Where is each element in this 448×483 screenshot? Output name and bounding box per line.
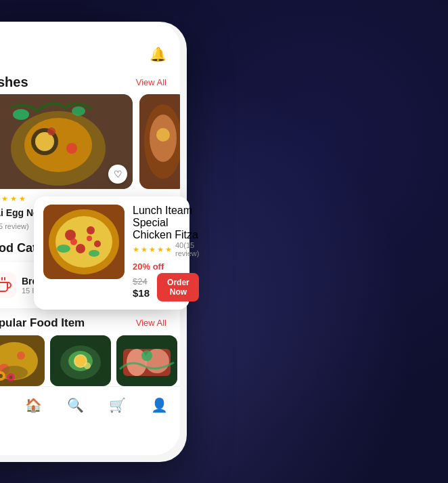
svg-point-37 bbox=[141, 350, 152, 361]
star-5: ★ bbox=[165, 245, 172, 254]
featured-name: Special Chicken Fitza bbox=[133, 217, 199, 241]
popular-view-all[interactable]: View All bbox=[136, 318, 166, 328]
home-icon: 🏠 bbox=[25, 397, 42, 413]
pizza-image bbox=[43, 205, 125, 279]
nav-home[interactable]: 🏠 bbox=[17, 393, 50, 417]
nav-location[interactable]: 📍 bbox=[0, 393, 8, 417]
profile-icon: 👤 bbox=[151, 397, 168, 413]
star-icon: ★ bbox=[10, 194, 17, 203]
main-wrapper: 🔔 Dishes View All bbox=[0, 0, 448, 483]
star-3: ★ bbox=[149, 245, 156, 254]
svg-point-5 bbox=[66, 143, 77, 154]
dish-card-main[interactable]: ♡ bbox=[0, 94, 133, 189]
dish-card-small[interactable] bbox=[139, 94, 180, 189]
svg-point-8 bbox=[72, 106, 85, 116]
featured-card-info: Lunch Iteam Special Chicken Fitza ★ ★ ★ … bbox=[133, 205, 199, 301]
bottom-navigation: 📍 🏠 🔍 🛒 👤 bbox=[0, 386, 180, 423]
dishes-section-header: Dishes View All bbox=[0, 69, 180, 94]
new-price: $18 bbox=[133, 287, 150, 299]
popular-title: Popular Food Item bbox=[0, 316, 85, 330]
star-icon: ★ bbox=[1, 194, 8, 203]
dishes-carousel: ♡ bbox=[0, 94, 180, 189]
featured-stars: ★ ★ ★ ★ ★ 40(15 review) bbox=[133, 241, 199, 257]
heart-button[interactable]: ♡ bbox=[108, 165, 127, 184]
popular-section: Popular Food Item View All bbox=[0, 312, 180, 386]
svg-point-6 bbox=[47, 127, 55, 135]
star-1: ★ bbox=[133, 245, 139, 254]
status-bar bbox=[0, 22, 180, 42]
price-group: $24 $18 bbox=[133, 275, 152, 299]
order-now-button[interactable]: Order Now bbox=[157, 273, 199, 301]
svg-point-46 bbox=[89, 250, 99, 257]
dishes-view-all[interactable]: View All bbox=[136, 77, 166, 87]
breakfast-icon bbox=[0, 272, 16, 298]
featured-tag: Lunch Iteam bbox=[133, 205, 199, 217]
svg-point-7 bbox=[13, 109, 29, 120]
dish-image-small bbox=[139, 94, 180, 189]
dishes-title: Dishes bbox=[0, 75, 28, 90]
featured-review: 40(15 review) bbox=[175, 241, 199, 257]
featured-discount: 20% off bbox=[133, 261, 199, 272]
star-2: ★ bbox=[141, 245, 148, 254]
star-icon: ★ bbox=[19, 194, 26, 203]
search-icon: 🔍 bbox=[67, 397, 84, 413]
price-row: $24 $18 Order Now bbox=[133, 273, 199, 301]
featured-card-overlay: Lunch Iteam Special Chicken Fitza ★ ★ ★ … bbox=[34, 196, 189, 310]
notification-bell-icon[interactable]: 🔔 bbox=[150, 46, 166, 62]
nav-search[interactable]: 🔍 bbox=[59, 393, 92, 417]
nav-profile[interactable]: 👤 bbox=[143, 393, 176, 417]
star-4: ★ bbox=[157, 245, 164, 254]
popular-item-1[interactable] bbox=[0, 335, 45, 386]
popular-grid bbox=[0, 335, 166, 386]
svg-point-25 bbox=[9, 375, 13, 379]
popular-item-3[interactable] bbox=[116, 335, 177, 386]
svg-point-47 bbox=[70, 238, 77, 245]
svg-point-48 bbox=[87, 236, 92, 241]
cart-icon: 🛒 bbox=[109, 397, 126, 413]
popular-item-2[interactable] bbox=[50, 335, 111, 386]
svg-point-44 bbox=[94, 240, 101, 247]
svg-point-12 bbox=[156, 128, 170, 142]
dish-review-0: 40(15 review) bbox=[0, 222, 29, 230]
old-price: $24 bbox=[133, 276, 148, 287]
svg-point-20 bbox=[17, 352, 25, 360]
svg-point-42 bbox=[87, 226, 95, 234]
nav-cart[interactable]: 🛒 bbox=[101, 393, 134, 417]
svg-point-45 bbox=[57, 245, 70, 253]
svg-point-43 bbox=[76, 244, 85, 253]
popular-header: Popular Food Item View All bbox=[0, 316, 166, 330]
svg-point-40 bbox=[55, 216, 112, 268]
dish-stars-0: ★ ★ ★ ★ ★ bbox=[0, 194, 26, 203]
app-header: 🔔 bbox=[0, 42, 180, 69]
svg-point-32 bbox=[84, 362, 91, 369]
